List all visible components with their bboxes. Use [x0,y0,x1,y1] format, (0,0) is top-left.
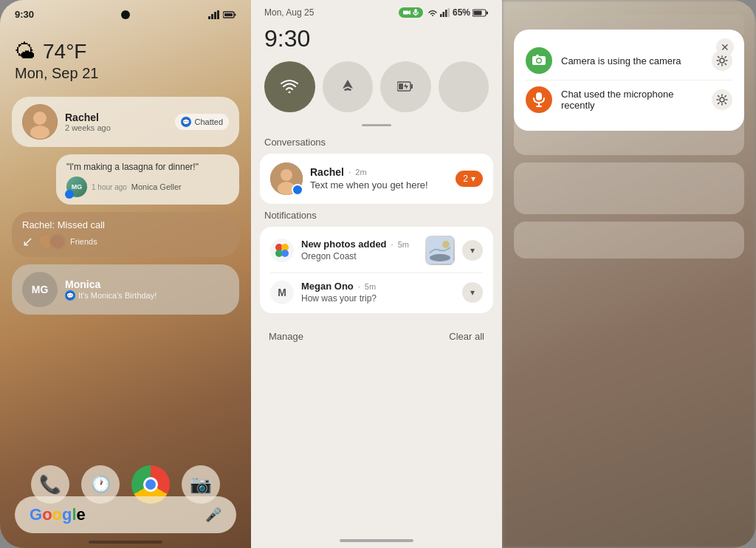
permission-popup: ✕ Camera is using the camera [514,30,744,131]
front-camera [121,10,130,19]
rachel-widget[interactable]: Rachel 2 weeks ago 💬 Chatted [12,97,239,147]
mic-settings-button[interactable] [712,89,732,110]
svg-rect-40 [538,103,540,106]
airplane-toggle[interactable] [323,61,374,112]
camera-icon: 📷 [190,474,212,495]
mic-icon[interactable]: 🎤 [205,507,221,523]
megan-expand-button[interactable]: ▾ [462,282,483,303]
notif-clock: 9:30 [251,22,502,61]
monica-name: Monica [65,278,157,290]
monica-bubble-widget[interactable]: "I'm making a lasagna for dinner!" MG 1 … [56,154,239,205]
monica-sub: 💬 It's Monica's Birthday! [65,290,157,301]
svg-rect-12 [414,9,416,13]
rachel-avatar [22,104,58,140]
photos-notification[interactable]: New photos added · 5m Oregon Coast ▾ [270,236,483,265]
home-screen: 9:30 🌤 74°F Mon, Sep 21 [0,0,251,548]
home-indicator-bar [89,541,162,544]
home-time: 9:30 [15,9,34,20]
rachel-chatted-badge[interactable]: 💬 Chatted [175,114,229,130]
photos-expand-button[interactable]: ▾ [462,240,483,261]
svg-point-33 [442,241,450,248]
svg-rect-1 [211,14,213,19]
rachel-conv-info: Rachel · 2m Text me when you get here! [310,166,448,191]
battery-saver-icon [397,81,413,92]
msg-badge-dot [65,190,74,199]
svg-rect-39 [536,92,542,100]
scroll-indicator [362,124,391,126]
clear-all-button[interactable]: Clear all [449,331,484,342]
conv-count: 2 [463,174,468,184]
megan-title: Megan Ono [301,281,354,292]
notif-actions: Manage Clear all [251,319,502,348]
monica-widget[interactable]: MG Monica 💬 It's Monica's Birthday! [12,264,239,315]
chrome-inner-circle [143,477,158,492]
svg-rect-6 [235,13,236,16]
battery-saver-toggle[interactable] [380,61,431,112]
signal-status-icon [440,8,450,17]
rachel-time: 2 weeks ago [65,123,168,132]
svg-rect-0 [208,16,210,19]
svg-rect-16 [445,10,447,17]
missed-call-sub: ↙ Friends [22,233,229,250]
megan-app-icon: M [270,281,294,304]
google-photos-icon [273,242,291,259]
missed-call-icon: ↙ [22,233,33,250]
dark-mode-toggle[interactable] [439,61,489,112]
permission-close-button[interactable]: ✕ [716,38,734,56]
friends-avatars [38,233,66,250]
megan-notification[interactable]: M Megan Ono · 5m How was your trip? ▾ [270,273,483,304]
clock-icon: 🕐 [91,475,111,494]
mg-avatar: MG [22,272,58,307]
signal-icon [208,10,220,19]
camera-perm-svg [532,53,546,68]
conv-expand-button[interactable]: 2 ▾ [456,171,483,187]
svg-rect-22 [399,83,403,89]
google-search-bar[interactable]: Google 🎤 [15,496,236,533]
svg-rect-17 [447,8,450,17]
mic-permission-icon [526,86,552,113]
quick-toggles [251,61,502,124]
svg-rect-3 [217,10,219,19]
svg-rect-13 [415,15,416,16]
battery-icon [223,11,236,18]
wifi-toggle-icon [281,80,298,93]
rachel-face-icon [22,104,58,140]
missed-call-text: Rachel: Missed call [22,219,229,230]
rachel-conv-avatar [270,162,303,195]
mic-perm-text: Chat used the microphone recently [561,89,703,111]
chevron-down-icon-megan: ▾ [470,287,475,298]
wifi-toggle[interactable] [264,61,315,112]
conv-name-row: Rachel · 2m [310,166,448,178]
manage-button[interactable]: Manage [269,331,303,342]
rachel-info: Rachel 2 weeks ago [65,112,168,132]
svg-rect-5 [224,13,233,16]
megan-body: How was your trip? [301,293,455,304]
svg-point-30 [281,250,289,257]
widgets-container: Rachel 2 weeks ago 💬 Chatted "I'm making… [0,88,251,323]
camera-mic-badge [399,7,423,18]
friends-label: Friends [70,237,97,246]
message-icon: 💬 [181,117,191,127]
svg-rect-41 [536,106,542,107]
missed-call-widget[interactable]: Rachel: Missed call ↙ Friends [12,212,239,257]
svg-rect-10 [403,11,408,15]
bg-card-4 [514,222,744,258]
home-status-bar: 9:30 [0,0,251,24]
notification-shade: Mon, Aug 25 [251,0,502,548]
phone-icon: 📞 [39,474,61,495]
photos-time: 5m [398,240,409,249]
svg-rect-37 [536,55,539,56]
megan-title-row: Megan Ono · 5m [301,281,455,292]
photos-title-row: New photos added · 5m [301,239,418,250]
svg-point-25 [281,169,292,181]
svg-marker-11 [408,10,410,15]
conv-rachel-msg: Text me when you get here! [310,179,448,191]
coast-photo-icon [427,237,453,264]
mg-initials: MG [32,284,49,295]
friend-thumb-2 [49,233,66,250]
svg-point-38 [720,58,724,63]
svg-point-42 [720,97,724,102]
rachel-conversation-card[interactable]: Rachel · 2m Text me when you get here! 2… [260,154,493,204]
conv-rachel-name: Rachel [310,166,344,178]
svg-rect-23 [411,84,413,89]
